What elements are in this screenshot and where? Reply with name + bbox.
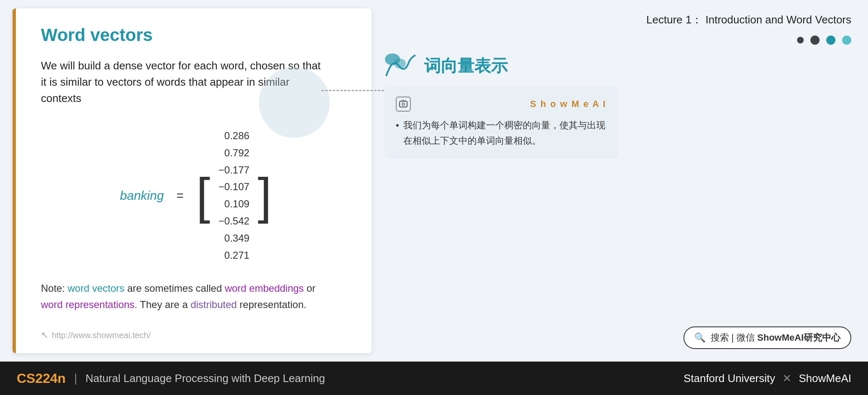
cs224n-title: CS224n — [17, 371, 66, 386]
bottom-subtitle: Natural Language Processing with Deep Le… — [86, 372, 325, 385]
matrix-values: 0.286 0.792 −0.177 −0.107 0.109 −0.542 0… — [210, 123, 258, 268]
nav-dot-2 — [810, 36, 820, 45]
note-end2: representation. — [237, 299, 306, 310]
matrix-bracket: [ 0.286 0.792 −0.177 −0.107 0.109 −0.542… — [196, 123, 272, 268]
showmeai-footer: ShowMeAI — [799, 372, 851, 385]
annotation-bullet: • 我们为每个单词构建一个稠密的向量，使其与出现在相似上下文中的单词向量相似。 — [396, 117, 606, 149]
svg-rect-2 — [400, 101, 407, 107]
nav-dot-4 — [842, 36, 851, 45]
search-brand: ShowMeAI研究中心 — [757, 332, 840, 343]
stanford-text: Stanford University — [683, 372, 775, 385]
note-end1: They are a — [137, 299, 191, 310]
search-bar[interactable]: 🔍 搜索 | 微信 ShowMeAI研究中心 — [683, 326, 851, 349]
search-icon: 🔍 — [694, 332, 706, 343]
matrix-value-4: −0.107 — [218, 178, 249, 196]
annotation-body: • 我们为每个单词构建一个稠密的向量，使其与出现在相似上下文中的单词向量相似。 — [396, 117, 606, 149]
note-distributed: distributed — [190, 299, 237, 310]
right-panel: Lecture 1： Introduction and Word Vectors… — [384, 8, 855, 353]
nav-dots — [384, 36, 855, 45]
svg-point-3 — [402, 103, 405, 105]
circle-decoration — [259, 67, 330, 138]
note-middle: are sometimes called — [124, 283, 225, 294]
showmeai-brand: S h o w M e A I — [530, 99, 606, 110]
note-word-representations: word representations. — [41, 299, 137, 310]
x-separator: ✕ — [782, 372, 792, 385]
slide-url: ↖ http://www.showmeai.tech/ — [41, 330, 351, 341]
matrix-value-8: 0.271 — [224, 247, 249, 264]
banking-label: banking — [120, 189, 164, 203]
ai-icon — [396, 97, 411, 112]
matrix-value-5: 0.109 — [224, 196, 249, 213]
note-text: Note: word vectors are sometimes called … — [41, 280, 351, 313]
annotation-text: 我们为每个单词构建一个稠密的向量，使其与出现在相似上下文中的单词向量相似。 — [403, 117, 606, 149]
svg-point-1 — [394, 59, 406, 69]
note-or: or — [304, 283, 316, 294]
note-word-vectors: word vectors — [68, 283, 124, 294]
note-word-embeddings: word embeddings — [225, 283, 304, 294]
matrix-value-7: 0.349 — [224, 230, 249, 247]
matrix-value-2: 0.792 — [224, 145, 249, 162]
bracket-left: [ — [196, 171, 210, 221]
bullet-dot: • — [396, 117, 399, 149]
main-container: Word vectors We will build a dense vecto… — [0, 0, 868, 395]
equals-sign: = — [176, 189, 184, 203]
nav-dot-3 — [826, 36, 835, 45]
divider-bar: | — [74, 372, 77, 385]
chinese-title-text: 词向量表示 — [424, 54, 508, 77]
wave-icon — [384, 53, 418, 78]
annotation-card: S h o w M e A I • 我们为每个单词构建一个稠密的向量，使其与出现… — [384, 87, 618, 159]
search-text: 搜索 | 微信 ShowMeAI研究中心 — [711, 331, 840, 344]
chinese-title-row: 词向量表示 — [384, 53, 855, 78]
slide-title: Word vectors — [41, 25, 351, 45]
annotation-header: S h o w M e A I — [396, 97, 606, 112]
bottom-left: CS224n | Natural Language Processing wit… — [17, 371, 325, 386]
search-bar-container: 🔍 搜索 | 微信 ShowMeAI研究中心 — [384, 326, 855, 353]
matrix-value-3: −0.177 — [218, 162, 249, 179]
url-text: http://www.showmeai.tech/ — [52, 331, 151, 340]
bottom-bar: CS224n | Natural Language Processing wit… — [0, 362, 868, 395]
slide-panel: Word vectors We will build a dense vecto… — [13, 8, 372, 353]
matrix-area: banking = [ 0.286 0.792 −0.177 −0.107 0.… — [41, 123, 351, 268]
matrix-value-6: −0.542 — [218, 213, 249, 230]
cursor-icon: ↖ — [41, 330, 48, 341]
content-area: Word vectors We will build a dense vecto… — [0, 0, 868, 362]
bracket-right: ] — [258, 171, 271, 221]
bottom-right: Stanford University ✕ ShowMeAI — [683, 372, 851, 385]
dashed-connector — [321, 90, 384, 91]
note-prefix: Note: — [41, 283, 68, 294]
lecture-title-bar: Lecture 1： Introduction and Word Vectors — [384, 13, 855, 27]
matrix-value-1: 0.286 — [224, 127, 249, 145]
nav-dot-1 — [797, 37, 804, 43]
search-label: 搜索 | 微信 — [711, 332, 757, 343]
